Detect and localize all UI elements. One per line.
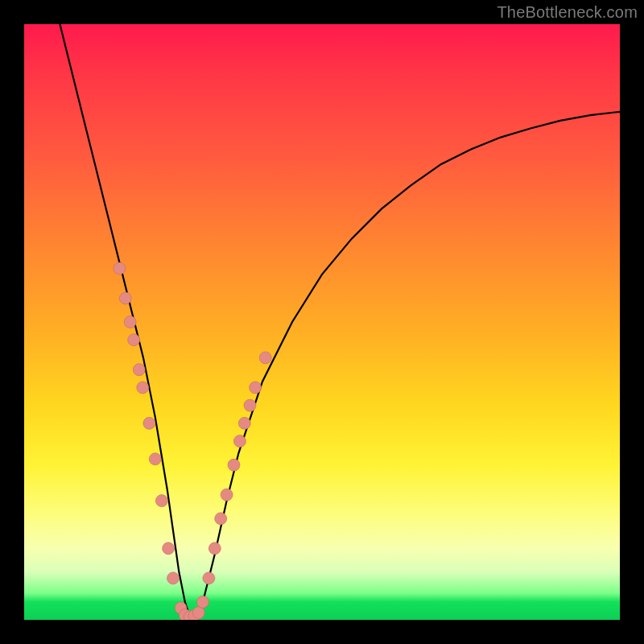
curve-marker [238,417,250,429]
curve-marker [259,352,271,364]
curve-marker [250,382,262,394]
curve-marker [155,495,167,507]
curve-marker [228,459,240,471]
curve-marker [119,292,131,304]
curve-marker [114,262,126,275]
curve-marker [208,543,221,555]
curve-marker [167,572,180,584]
curve-marker [137,382,149,394]
curve-marker [143,417,155,429]
chart-frame: TheBottleneck.com [0,0,644,644]
curve-marker [133,364,145,376]
curve-marker [221,489,233,501]
curve-markers-group [114,262,271,620]
curve-marker [233,436,246,448]
curve-marker [197,596,209,608]
curve-marker [163,543,175,555]
bottleneck-curve-svg [24,24,620,620]
curve-marker [149,453,161,465]
bottleneck-curve-line [60,24,620,620]
curve-marker [128,334,140,346]
curve-marker [203,572,215,584]
curve-marker [192,607,204,619]
curve-marker [215,513,227,525]
curve-marker [124,316,136,328]
watermark-text: TheBottleneck.com [497,3,638,22]
curve-marker [244,399,256,411]
plot-area [24,24,620,620]
